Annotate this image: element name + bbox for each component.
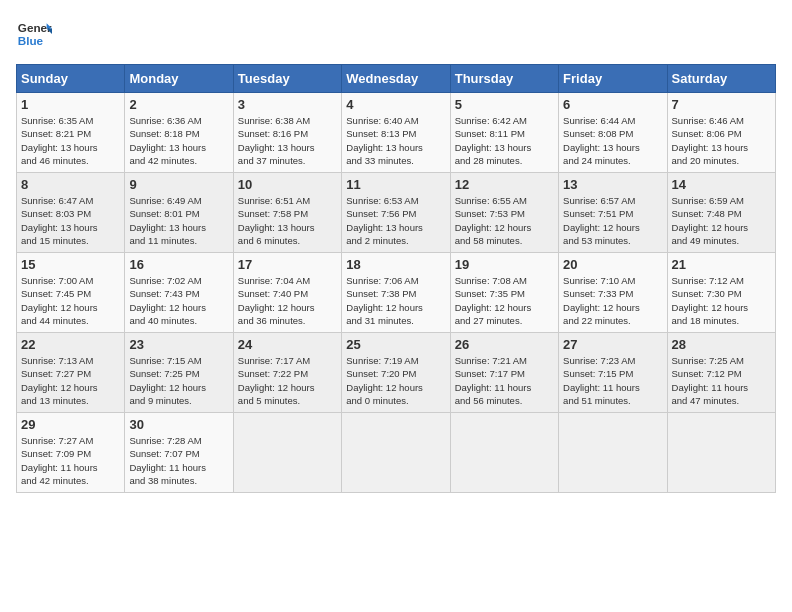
day-number: 4 <box>346 97 445 112</box>
day-number: 26 <box>455 337 554 352</box>
calendar-cell: 22Sunrise: 7:13 AM Sunset: 7:27 PM Dayli… <box>17 333 125 413</box>
calendar-cell: 16Sunrise: 7:02 AM Sunset: 7:43 PM Dayli… <box>125 253 233 333</box>
day-number: 8 <box>21 177 120 192</box>
calendar-cell: 3Sunrise: 6:38 AM Sunset: 8:16 PM Daylig… <box>233 93 341 173</box>
day-info: Sunrise: 6:49 AM Sunset: 8:01 PM Dayligh… <box>129 194 228 247</box>
logo-icon: General Blue <box>16 16 52 52</box>
calendar-cell: 21Sunrise: 7:12 AM Sunset: 7:30 PM Dayli… <box>667 253 775 333</box>
day-info: Sunrise: 6:36 AM Sunset: 8:18 PM Dayligh… <box>129 114 228 167</box>
calendar-cell: 4Sunrise: 6:40 AM Sunset: 8:13 PM Daylig… <box>342 93 450 173</box>
day-number: 19 <box>455 257 554 272</box>
day-number: 23 <box>129 337 228 352</box>
calendar-week-row: 29Sunrise: 7:27 AM Sunset: 7:09 PM Dayli… <box>17 413 776 493</box>
calendar-cell: 6Sunrise: 6:44 AM Sunset: 8:08 PM Daylig… <box>559 93 667 173</box>
day-info: Sunrise: 7:08 AM Sunset: 7:35 PM Dayligh… <box>455 274 554 327</box>
day-number: 15 <box>21 257 120 272</box>
calendar-cell: 2Sunrise: 6:36 AM Sunset: 8:18 PM Daylig… <box>125 93 233 173</box>
day-number: 2 <box>129 97 228 112</box>
day-number: 17 <box>238 257 337 272</box>
column-header-saturday: Saturday <box>667 65 775 93</box>
calendar-cell: 20Sunrise: 7:10 AM Sunset: 7:33 PM Dayli… <box>559 253 667 333</box>
day-info: Sunrise: 7:15 AM Sunset: 7:25 PM Dayligh… <box>129 354 228 407</box>
day-info: Sunrise: 7:10 AM Sunset: 7:33 PM Dayligh… <box>563 274 662 327</box>
calendar-cell: 10Sunrise: 6:51 AM Sunset: 7:58 PM Dayli… <box>233 173 341 253</box>
day-number: 11 <box>346 177 445 192</box>
calendar-cell: 24Sunrise: 7:17 AM Sunset: 7:22 PM Dayli… <box>233 333 341 413</box>
calendar-cell: 12Sunrise: 6:55 AM Sunset: 7:53 PM Dayli… <box>450 173 558 253</box>
calendar-week-row: 15Sunrise: 7:00 AM Sunset: 7:45 PM Dayli… <box>17 253 776 333</box>
day-info: Sunrise: 6:35 AM Sunset: 8:21 PM Dayligh… <box>21 114 120 167</box>
day-info: Sunrise: 7:06 AM Sunset: 7:38 PM Dayligh… <box>346 274 445 327</box>
calendar-cell: 18Sunrise: 7:06 AM Sunset: 7:38 PM Dayli… <box>342 253 450 333</box>
day-number: 10 <box>238 177 337 192</box>
day-number: 9 <box>129 177 228 192</box>
day-info: Sunrise: 6:57 AM Sunset: 7:51 PM Dayligh… <box>563 194 662 247</box>
day-info: Sunrise: 6:40 AM Sunset: 8:13 PM Dayligh… <box>346 114 445 167</box>
calendar-cell <box>667 413 775 493</box>
calendar-cell: 25Sunrise: 7:19 AM Sunset: 7:20 PM Dayli… <box>342 333 450 413</box>
day-number: 30 <box>129 417 228 432</box>
day-number: 27 <box>563 337 662 352</box>
day-info: Sunrise: 7:19 AM Sunset: 7:20 PM Dayligh… <box>346 354 445 407</box>
calendar-cell: 13Sunrise: 6:57 AM Sunset: 7:51 PM Dayli… <box>559 173 667 253</box>
calendar-week-row: 1Sunrise: 6:35 AM Sunset: 8:21 PM Daylig… <box>17 93 776 173</box>
day-info: Sunrise: 6:42 AM Sunset: 8:11 PM Dayligh… <box>455 114 554 167</box>
calendar-cell: 19Sunrise: 7:08 AM Sunset: 7:35 PM Dayli… <box>450 253 558 333</box>
day-info: Sunrise: 6:38 AM Sunset: 8:16 PM Dayligh… <box>238 114 337 167</box>
day-number: 16 <box>129 257 228 272</box>
calendar-cell <box>450 413 558 493</box>
day-info: Sunrise: 7:27 AM Sunset: 7:09 PM Dayligh… <box>21 434 120 487</box>
day-number: 24 <box>238 337 337 352</box>
calendar-cell: 28Sunrise: 7:25 AM Sunset: 7:12 PM Dayli… <box>667 333 775 413</box>
day-info: Sunrise: 7:13 AM Sunset: 7:27 PM Dayligh… <box>21 354 120 407</box>
calendar-table: SundayMondayTuesdayWednesdayThursdayFrid… <box>16 64 776 493</box>
day-info: Sunrise: 6:55 AM Sunset: 7:53 PM Dayligh… <box>455 194 554 247</box>
calendar-cell <box>559 413 667 493</box>
day-number: 14 <box>672 177 771 192</box>
day-number: 6 <box>563 97 662 112</box>
calendar-cell: 8Sunrise: 6:47 AM Sunset: 8:03 PM Daylig… <box>17 173 125 253</box>
column-header-monday: Monday <box>125 65 233 93</box>
day-info: Sunrise: 6:59 AM Sunset: 7:48 PM Dayligh… <box>672 194 771 247</box>
day-info: Sunrise: 7:21 AM Sunset: 7:17 PM Dayligh… <box>455 354 554 407</box>
calendar-week-row: 8Sunrise: 6:47 AM Sunset: 8:03 PM Daylig… <box>17 173 776 253</box>
day-info: Sunrise: 7:02 AM Sunset: 7:43 PM Dayligh… <box>129 274 228 327</box>
svg-text:Blue: Blue <box>18 34 44 47</box>
calendar-cell <box>233 413 341 493</box>
day-info: Sunrise: 6:46 AM Sunset: 8:06 PM Dayligh… <box>672 114 771 167</box>
day-number: 5 <box>455 97 554 112</box>
day-number: 25 <box>346 337 445 352</box>
day-info: Sunrise: 6:51 AM Sunset: 7:58 PM Dayligh… <box>238 194 337 247</box>
day-number: 18 <box>346 257 445 272</box>
day-number: 13 <box>563 177 662 192</box>
day-info: Sunrise: 7:28 AM Sunset: 7:07 PM Dayligh… <box>129 434 228 487</box>
day-number: 3 <box>238 97 337 112</box>
day-info: Sunrise: 7:04 AM Sunset: 7:40 PM Dayligh… <box>238 274 337 327</box>
calendar-cell: 1Sunrise: 6:35 AM Sunset: 8:21 PM Daylig… <box>17 93 125 173</box>
column-header-thursday: Thursday <box>450 65 558 93</box>
day-info: Sunrise: 7:23 AM Sunset: 7:15 PM Dayligh… <box>563 354 662 407</box>
calendar-cell: 9Sunrise: 6:49 AM Sunset: 8:01 PM Daylig… <box>125 173 233 253</box>
day-info: Sunrise: 7:17 AM Sunset: 7:22 PM Dayligh… <box>238 354 337 407</box>
page-header: General Blue <box>16 16 776 52</box>
calendar-cell: 29Sunrise: 7:27 AM Sunset: 7:09 PM Dayli… <box>17 413 125 493</box>
calendar-cell: 15Sunrise: 7:00 AM Sunset: 7:45 PM Dayli… <box>17 253 125 333</box>
calendar-cell: 5Sunrise: 6:42 AM Sunset: 8:11 PM Daylig… <box>450 93 558 173</box>
day-info: Sunrise: 7:12 AM Sunset: 7:30 PM Dayligh… <box>672 274 771 327</box>
calendar-cell: 27Sunrise: 7:23 AM Sunset: 7:15 PM Dayli… <box>559 333 667 413</box>
calendar-cell <box>342 413 450 493</box>
calendar-cell: 23Sunrise: 7:15 AM Sunset: 7:25 PM Dayli… <box>125 333 233 413</box>
day-number: 22 <box>21 337 120 352</box>
column-header-friday: Friday <box>559 65 667 93</box>
day-info: Sunrise: 7:25 AM Sunset: 7:12 PM Dayligh… <box>672 354 771 407</box>
calendar-header-row: SundayMondayTuesdayWednesdayThursdayFrid… <box>17 65 776 93</box>
day-number: 12 <box>455 177 554 192</box>
calendar-cell: 30Sunrise: 7:28 AM Sunset: 7:07 PM Dayli… <box>125 413 233 493</box>
day-number: 7 <box>672 97 771 112</box>
day-info: Sunrise: 6:44 AM Sunset: 8:08 PM Dayligh… <box>563 114 662 167</box>
day-number: 20 <box>563 257 662 272</box>
column-header-sunday: Sunday <box>17 65 125 93</box>
calendar-week-row: 22Sunrise: 7:13 AM Sunset: 7:27 PM Dayli… <box>17 333 776 413</box>
calendar-cell: 7Sunrise: 6:46 AM Sunset: 8:06 PM Daylig… <box>667 93 775 173</box>
calendar-cell: 11Sunrise: 6:53 AM Sunset: 7:56 PM Dayli… <box>342 173 450 253</box>
